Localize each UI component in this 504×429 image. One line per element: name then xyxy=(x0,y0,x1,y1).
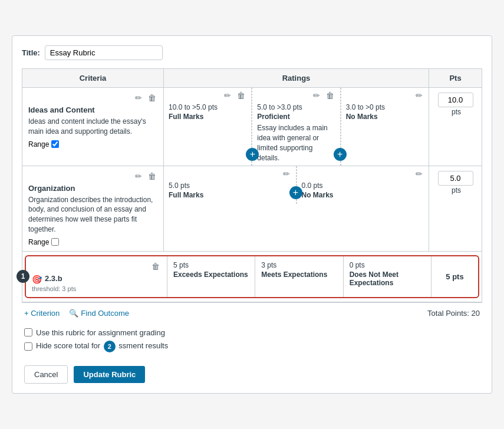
option-row-1: Use this rubric for assignment grading xyxy=(24,328,480,337)
badge-2: 2 xyxy=(104,341,116,352)
hide-score-label: Hide score total for 2 ssment results xyxy=(36,341,168,352)
range-row-2: Range xyxy=(28,238,157,246)
outcome-pts-value: 5 pts xyxy=(446,272,463,281)
rating-name-2-2: No Marks xyxy=(302,191,424,199)
cell-actions-2: ✏ 🗑 xyxy=(28,171,157,182)
outcome-rating-pts-2: 3 pts xyxy=(261,261,337,269)
range-row-1: Range xyxy=(28,140,157,148)
buttons-row: Cancel Update Rubric xyxy=(22,361,482,384)
outcome-row-inner: 🗑 🎯 2.3.b threshold: 3 pts xyxy=(25,255,479,298)
outcome-name: 2.3.b xyxy=(45,274,62,283)
edit-rating-1-3-btn[interactable]: ✏ xyxy=(414,90,424,101)
delete-rating-1-1-btn[interactable]: 🗑 xyxy=(236,90,246,101)
hide-score-suffix: ssment results xyxy=(118,341,168,350)
add-rating-1-2-btn[interactable]: + xyxy=(334,148,347,161)
outcome-table-row: 1 🗑 🎯 2.3.b thres xyxy=(22,251,482,302)
rating-name-1-1: Full Marks xyxy=(169,113,246,121)
table-row: ✏ 🗑 Organization Organization describes … xyxy=(22,166,482,251)
outcome-del-row: 🗑 xyxy=(32,261,161,272)
pts-header: Pts xyxy=(429,69,482,88)
outcome-rating-pts-1: 5 pts xyxy=(173,261,249,269)
rating-pts-1-2: 5.0 to >3.0 pts xyxy=(257,103,335,111)
edit-rating-2-2-btn[interactable]: ✏ xyxy=(414,169,424,179)
rating-actions-2-1: ✏ xyxy=(169,169,291,179)
rating-actions-1-3: ✏ xyxy=(346,90,424,101)
outcome-pts-cell: 5 pts xyxy=(431,256,478,297)
rating-col-2-2: ✏ 0.0 pts No Marks xyxy=(297,166,429,204)
table-row: ✏ 🗑 Ideas and Content Ideas and content … xyxy=(22,88,482,166)
edit-rating-1-2-btn[interactable]: ✏ xyxy=(312,90,321,101)
badge-1: 1 xyxy=(17,270,29,283)
total-points: Total Points: 20 xyxy=(427,309,480,318)
ratings-cell-1: ✏ 🗑 10.0 to >5.0 pts Full Marks ✏ 🗑 xyxy=(164,88,429,166)
hide-score-text: Hide score total for xyxy=(36,341,100,350)
outcome-ratings: 5 pts Exceeds Expectations 3 pts Meets E… xyxy=(167,256,431,297)
delete-criteria-2-btn[interactable]: 🗑 xyxy=(147,171,157,182)
rating-col-2-1: ✏ 5.0 pts Full Marks + xyxy=(164,166,297,204)
cancel-button[interactable]: Cancel xyxy=(24,365,68,384)
use-grading-label: Use this rubric for assignment grading xyxy=(36,328,165,337)
range-checkbox-1[interactable] xyxy=(51,140,59,148)
pts-label-2: pts xyxy=(452,186,461,194)
add-rating-2-1-btn[interactable]: + xyxy=(289,186,302,199)
hide-score-checkbox[interactable] xyxy=(24,342,32,351)
find-outcome-label: Find Outcome xyxy=(81,309,129,318)
criteria-desc-1: Ideas and content include the essay's ma… xyxy=(28,117,157,137)
outcome-rating-1: 5 pts Exceeds Expectations xyxy=(167,256,255,297)
add-rating-1-2-left-btn[interactable]: + xyxy=(246,148,259,161)
rating-pts-2-1: 5.0 pts xyxy=(169,182,291,190)
rating-col-1-3: ✏ 3.0 to >0 pts No Marks xyxy=(341,88,429,165)
rating-pts-2-2: 0.0 pts xyxy=(302,182,424,190)
rating-desc-1-2: Essay includes a main idea with general … xyxy=(257,123,335,163)
outcome-icon: 🎯 xyxy=(32,275,42,284)
criteria-name-1: Ideas and Content xyxy=(28,105,157,114)
outcome-outer: 1 🗑 🎯 2.3.b thres xyxy=(25,255,479,298)
criteria-desc-2: Organization describes the introduction,… xyxy=(28,195,157,235)
pts-label-1: pts xyxy=(452,108,461,116)
update-rubric-button[interactable]: Update Rubric xyxy=(74,366,145,383)
outcome-td: 1 🗑 🎯 2.3.b thres xyxy=(22,251,482,302)
rubric-container: Title: Criteria Ratings Pts ✏ 🗑 Ideas an… xyxy=(12,35,492,393)
criteria-header: Criteria xyxy=(22,69,164,88)
delete-outcome-btn[interactable]: 🗑 xyxy=(150,261,161,272)
edit-criteria-1-btn[interactable]: ✏ xyxy=(134,93,143,103)
outcome-threshold: threshold: 3 pts xyxy=(32,285,161,292)
use-grading-checkbox[interactable] xyxy=(24,328,32,336)
rating-col-1-2: ✏ 🗑 5.0 to >3.0 pts Proficient Essay inc… xyxy=(252,88,340,165)
outcome-rating-name-1: Exceeds Expectations xyxy=(173,270,249,279)
search-icon: 🔍 xyxy=(69,309,78,318)
delete-rating-1-2-btn[interactable]: 🗑 xyxy=(325,90,335,101)
edit-rating-2-1-btn[interactable]: ✏ xyxy=(282,169,291,179)
outcome-name-row: 🎯 2.3.b xyxy=(32,274,161,285)
criteria-name-2: Organization xyxy=(28,184,157,193)
rating-col-1-1: ✏ 🗑 10.0 to >5.0 pts Full Marks xyxy=(164,88,252,165)
edit-criteria-2-btn[interactable]: ✏ xyxy=(134,171,143,182)
rating-name-1-3: No Marks xyxy=(346,113,424,121)
outcome-rating-name-3: Does Not Meet Expectations xyxy=(350,270,425,287)
range-checkbox-2[interactable] xyxy=(51,238,59,246)
rating-pts-1-1: 10.0 to >5.0 pts xyxy=(169,103,246,111)
rating-actions-2-2: ✏ xyxy=(302,169,424,179)
find-outcome-btn[interactable]: 🔍 Find Outcome xyxy=(69,309,129,318)
outcome-rating-pts-3: 0 pts xyxy=(350,261,425,269)
rating-actions-1-2: ✏ 🗑 xyxy=(257,90,335,101)
delete-criteria-1-btn[interactable]: 🗑 xyxy=(147,93,157,103)
rating-name-1-2: Proficient xyxy=(257,113,335,121)
pts-input-1[interactable] xyxy=(438,93,473,107)
add-criterion-btn[interactable]: + Criterion xyxy=(24,309,60,318)
option-row-2: Hide score total for 2 ssment results xyxy=(24,341,480,352)
rubric-table: Criteria Ratings Pts ✏ 🗑 Ideas and Conte… xyxy=(22,68,482,302)
ratings-header: Ratings xyxy=(164,69,429,88)
title-label: Title: xyxy=(22,48,40,57)
edit-rating-1-1-btn[interactable]: ✏ xyxy=(223,90,232,101)
options-section: Use this rubric for assignment grading H… xyxy=(22,324,482,361)
title-input[interactable] xyxy=(45,45,163,60)
outcome-rating-name-2: Meets Expectations xyxy=(261,270,337,279)
pts-cell-1: pts xyxy=(429,88,482,166)
rating-name-2-1: Full Marks xyxy=(169,191,291,199)
range-label-1: Range xyxy=(28,140,49,148)
ratings-cell-2: ✏ 5.0 pts Full Marks + ✏ 0.0 pts xyxy=(164,166,429,251)
pts-input-2[interactable] xyxy=(438,171,473,186)
rating-pts-1-3: 3.0 to >0 pts xyxy=(346,103,424,111)
outcome-rating-2: 3 pts Meets Expectations xyxy=(255,256,343,297)
